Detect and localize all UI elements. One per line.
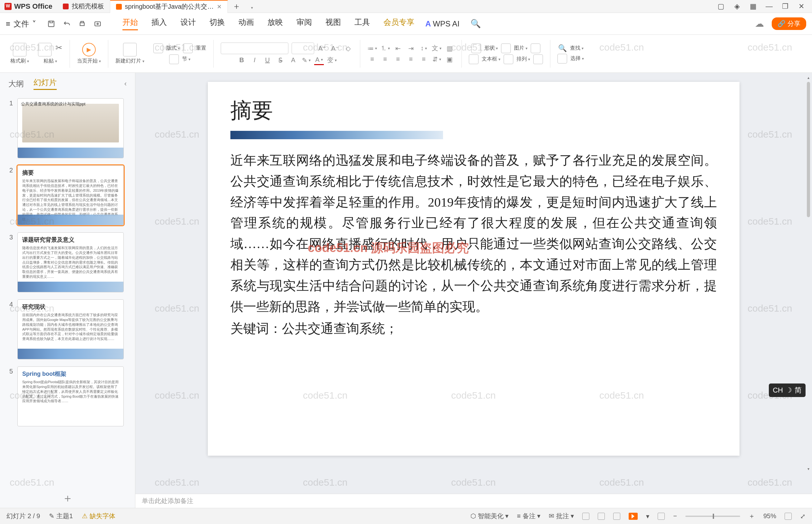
slide-body[interactable]: 近年来互联网络的迅猛发展和电子终端设备的普及，赋予了各行业充足的发展空间。公共交… [230, 150, 717, 317]
align-left-icon[interactable]: ≡ [367, 54, 377, 64]
slide-position[interactable]: 幻灯片 2 / 9 [6, 512, 40, 521]
tab-document[interactable]: springboot基于Java的公共交… ✕ [110, 0, 228, 13]
indent-increase-icon[interactable]: ⇥ [406, 44, 416, 53]
columns-icon[interactable]: ▥ [445, 44, 454, 53]
zoom-slider[interactable] [685, 515, 740, 517]
tab-review[interactable]: 审阅 [296, 17, 312, 30]
increase-font-icon[interactable]: A⁺ [317, 44, 327, 53]
vertical-align-icon[interactable]: ⇵ [432, 54, 442, 64]
slide-thumbnail[interactable]: 公共交通查询系统的设计与实现ppt [17, 98, 124, 158]
zoom-in-button[interactable]: ＋ [748, 512, 755, 521]
font-color-button[interactable]: A [314, 55, 324, 65]
section-icon[interactable] [169, 54, 179, 64]
undo-icon[interactable] [63, 20, 71, 28]
find-icon[interactable]: 🔍 [558, 44, 567, 52]
reset-icon[interactable] [183, 44, 193, 53]
print-icon[interactable] [78, 20, 86, 28]
grid-view-icon[interactable] [658, 513, 665, 520]
close-tab-icon[interactable]: ✕ [217, 3, 222, 10]
bold-button[interactable]: B [237, 55, 247, 65]
align-objects-icon[interactable] [533, 54, 543, 64]
tab-slideshow[interactable]: 放映 [267, 17, 283, 30]
new-slide-button[interactable]: 新建幻灯片 [111, 35, 149, 72]
comments-toggle[interactable]: ✉ 批注 ▾ [549, 512, 574, 521]
add-slide-button[interactable]: ＋ [0, 489, 135, 508]
preview-icon[interactable] [94, 20, 102, 28]
fit-window-icon[interactable] [784, 513, 792, 520]
expand-ribbon-icon[interactable]: ⤢ [800, 512, 806, 520]
thumb-3[interactable]: 3 课题研究背景及意义 随着信息技术的飞速发展和互联网应用的普及，人们的生活方式… [6, 232, 129, 292]
thumb-1[interactable]: 1 公共交通查询系统的设计与实现ppt [6, 98, 129, 158]
collapse-panel-icon[interactable]: ‹ [125, 80, 127, 88]
strike-button[interactable]: S̶ [276, 55, 285, 65]
package-icon[interactable]: ◈ [733, 2, 741, 11]
align-center-icon[interactable]: ≡ [380, 54, 390, 64]
slideshow-button[interactable] [629, 513, 638, 520]
font-family-select[interactable] [221, 43, 288, 54]
tab-view[interactable]: 视图 [326, 17, 341, 30]
cloud-icon[interactable]: ☁ [755, 18, 764, 29]
slide-keywords[interactable]: 关键词：公共交通查询系统； [230, 318, 717, 339]
text-effect-button[interactable]: 变 [327, 55, 337, 65]
slide-title[interactable]: 摘要 [230, 96, 717, 125]
file-menu[interactable]: ≡ 文件 ˅ [6, 19, 36, 29]
thumb-4[interactable]: 4 研究现状 目前国内外在公共交通查询系统方面已经有了较多的研究与应用成果。国外… [6, 299, 129, 359]
tools-icon[interactable] [531, 44, 540, 53]
slide-thumbnail[interactable]: 课题研究背景及意义 随着信息技术的飞速发展和互联网应用的普及，人们的生活方式与出… [17, 232, 124, 292]
tab-transition[interactable]: 切换 [210, 17, 225, 30]
notes-toggle[interactable]: ≡ 备注 ▾ [517, 512, 540, 521]
vertical-scrollbar[interactable]: ▴ ▾ [806, 76, 811, 471]
tab-design[interactable]: 设计 [180, 17, 196, 30]
thumb-5[interactable]: 5 Spring boot框架 Spring Boot是由Pivotal团队提供… [6, 366, 129, 426]
decrease-font-icon[interactable]: A⁻ [330, 44, 340, 53]
beautify-button[interactable]: ⬡ 智能美化 ▾ [470, 512, 509, 521]
slide-canvas[interactable]: 摘要 近年来互联网络的迅猛发展和电子终端设备的普及，赋予了各行业充足的发展空间。… [208, 82, 740, 456]
notes-pane[interactable]: 单击此处添加备注 [135, 494, 812, 508]
clear-format-icon[interactable]: ◇ [343, 44, 353, 53]
tab-templates[interactable]: 找稻壳模板 [57, 0, 110, 13]
tab-outline[interactable]: 大纲 [9, 79, 24, 89]
text-direction-icon[interactable]: 文 [432, 44, 442, 53]
format-painter-group[interactable]: 格式刷 [6, 35, 34, 72]
textbox-icon[interactable] [469, 54, 479, 64]
select-icon[interactable] [558, 54, 567, 64]
zoom-value[interactable]: 95% [763, 512, 776, 520]
indent-decrease-icon[interactable]: ⇤ [393, 44, 403, 53]
line-spacing-icon[interactable]: ↕ [419, 44, 429, 53]
missing-font-warning[interactable]: ⚠ 缺失字体 [82, 512, 115, 521]
close-window-button[interactable]: ✕ [798, 2, 805, 11]
paste-group[interactable]: ✂ 粘贴 [34, 35, 67, 72]
ime-indicator[interactable]: CH ☽ 简 [769, 383, 806, 397]
search-icon[interactable]: 🔍 [470, 19, 481, 29]
shadow-button[interactable]: A [288, 55, 298, 65]
tab-vip[interactable]: 会员专享 [383, 17, 414, 30]
sorter-view-icon[interactable] [598, 513, 605, 520]
align-justify-icon[interactable]: ≡ [406, 54, 416, 64]
save-icon[interactable] [47, 20, 55, 28]
align-right-icon[interactable]: ≡ [393, 54, 403, 64]
italic-button[interactable]: I [250, 55, 260, 65]
play-from-current[interactable]: ▶ 当页开始 [72, 35, 105, 72]
restore-button[interactable]: ❐ [782, 2, 789, 11]
layout-icon[interactable] [153, 44, 163, 53]
slide-thumbnail[interactable]: 摘要 近年来互联网的迅猛发展和电子终端设备的普及，公共交通查询系统相比于传统信息… [17, 165, 124, 225]
scroll-up-icon[interactable]: ▴ [806, 76, 811, 80]
reading-view-icon[interactable] [613, 513, 620, 520]
convert-smartart-icon[interactable]: ▣ [445, 54, 454, 64]
layout-icon[interactable]: ▢ [717, 2, 724, 11]
underline-button[interactable]: U [263, 55, 272, 65]
cut-icon[interactable]: ✂ [55, 43, 63, 56]
highlight-button[interactable]: ✎ [301, 55, 311, 65]
share-button[interactable]: 🔗 分享 [772, 17, 806, 30]
bullets-icon[interactable]: ≔ [367, 44, 377, 53]
distribute-icon[interactable]: ≡ [419, 54, 429, 64]
tab-slides[interactable]: 幻灯片 [34, 77, 57, 90]
tab-home[interactable]: 开始 [122, 17, 138, 30]
slide-thumbnail[interactable]: 研究现状 目前国内外在公共交通查询系统方面已经有了较多的研究与应用成果。国外如G… [17, 299, 124, 359]
new-tab-button[interactable]: ＋ [228, 1, 245, 12]
minimize-button[interactable]: — [766, 2, 773, 11]
avatar-icon[interactable]: ▦ [749, 2, 757, 11]
wps-ai-button[interactable]: AWPS AI [425, 19, 460, 28]
scroll-down-icon[interactable]: ▾ [806, 466, 811, 471]
normal-view-icon[interactable] [582, 513, 589, 520]
